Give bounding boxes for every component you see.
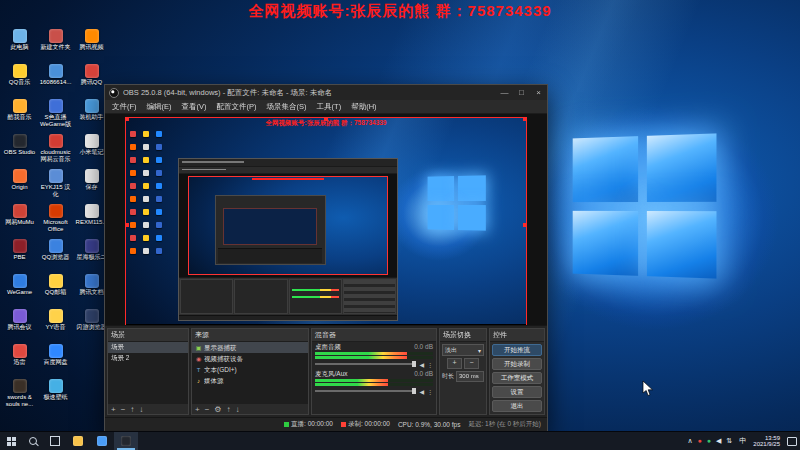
speaker-icon[interactable]: ◀ [419,388,424,395]
menu-item[interactable]: 配置文件(P) [212,102,262,112]
source-down-icon[interactable]: ↓ [236,405,240,414]
channel-options-icon[interactable]: ⋮ [427,361,433,368]
volume-slider[interactable] [315,390,416,392]
app-icon [121,436,131,446]
desktop-icon[interactable]: 网易MuMu [3,203,36,237]
desktop-icon[interactable]: QQ邮箱 [39,273,72,307]
obs-taskbar-icon[interactable] [114,432,138,450]
source-properties-icon[interactable]: ⚙ [214,405,221,414]
desktop-icon[interactable]: YY语音 [39,308,72,342]
display-capture-source[interactable]: 全网视频账号:张辰辰的熊 群：758734339 [126,118,526,325]
desktop-icon[interactable]: swords & souls ne... [3,378,36,412]
taskbar-clock[interactable]: 13:59 2021/9/25 [749,435,784,448]
start-button[interactable] [0,432,22,450]
control-button[interactable]: 工作室模式 [492,372,542,384]
tray-qq-icon[interactable]: ● [698,432,702,450]
transition-select[interactable]: 淡出 ▾ [442,344,484,356]
scene-item[interactable]: 场景 2 [108,353,188,364]
add-transition-icon[interactable]: + [447,358,462,369]
volume-slider-handle[interactable] [412,388,416,394]
app-icon [49,169,63,183]
app-icon [85,239,99,253]
source-item[interactable]: ♪媒体源 [192,375,308,386]
file-explorer-icon[interactable] [66,432,90,450]
app-icon [49,274,63,288]
desktop-icon[interactable]: 16086614... [39,63,72,97]
scene-up-icon[interactable]: ↑ [130,405,134,414]
desktop-icon[interactable]: cloudmusic 网易云音乐 [39,133,72,167]
volume-icon[interactable]: ◀ [716,432,721,450]
scene-down-icon[interactable]: ↓ [139,405,143,414]
tray-green-icon[interactable]: ● [707,432,711,450]
action-center-button[interactable] [784,432,800,450]
remove-source-icon[interactable]: − [205,405,210,414]
source-item[interactable]: ◉视频捕获设备 [192,353,308,364]
selection-handle[interactable] [523,223,526,227]
control-button[interactable]: 开始推流 [492,344,542,356]
speaker-icon[interactable]: ◀ [419,361,424,368]
channel-options-icon[interactable]: ⋮ [427,388,433,395]
controls-panel-title: 控件 [490,329,544,342]
menu-item[interactable]: 文件(F) [107,102,142,112]
selection-handle[interactable] [126,223,129,227]
menu-item[interactable]: 工具(T) [312,102,347,112]
stream-banner-text: 全网视频账号:张辰辰的熊 群：758734339 [0,2,800,21]
desktop-icon[interactable]: OBS Studio [3,133,36,167]
desktop-icon[interactable]: WeGame [3,273,36,307]
desktop-icon[interactable]: S色直播 WeGame版 [39,98,72,132]
desktop-icon[interactable]: 新建文件夹 [39,28,72,62]
source-up-icon[interactable]: ↑ [227,405,231,414]
tray-expand-icon[interactable]: ∧ [687,432,692,450]
desktop-icon[interactable]: 百度网盘 [39,343,72,377]
control-button[interactable]: 退出 [492,400,542,412]
obs-titlebar[interactable]: OBS 25.0.8 (64-bit, windows) - 配置文件: 未命名… [105,85,547,100]
mixer-body: 桌面音频0.0 dB◀⋮麦克风/Aux0.0 dB◀⋮ [312,342,436,414]
duration-spinner[interactable]: 300 ms [456,371,484,382]
add-scene-icon[interactable]: + [111,405,116,414]
desktop-icon[interactable]: 此电脑 [3,28,36,62]
selection-handle[interactable] [523,118,526,121]
selection-handle[interactable] [126,118,129,121]
maximize-icon[interactable]: □ [513,85,530,100]
scene-item[interactable]: 场景 [108,342,188,353]
source-item[interactable]: T文本(GDI+) [192,364,308,375]
task-view-button[interactable] [44,432,66,450]
desktop-icon[interactable]: 酷我音乐 [3,98,36,132]
control-button[interactable]: 设置 [492,386,542,398]
desktop-icon[interactable]: 迅雷 [3,343,36,377]
network-icon[interactable]: ⇅ [726,432,732,450]
desktop-icon[interactable]: Microsoft Office [39,203,72,237]
audio-meter-fill [315,379,388,382]
remove-transition-icon[interactable]: − [464,358,479,369]
search-button[interactable] [22,432,44,450]
desktop-icon[interactable]: 腾讯视频 [75,28,108,62]
desktop-icon[interactable]: EYKJ15 汉化 [39,168,72,202]
desktop-icon[interactable]: 腾讯会议 [3,308,36,342]
source-label: 媒体源 [204,377,224,385]
menu-item[interactable]: 编辑(E) [142,102,177,112]
mixer-channel: 麦克风/Aux0.0 dB◀⋮ [315,370,433,395]
app-icon [13,64,27,78]
selection-handle[interactable] [324,118,328,121]
minimize-icon[interactable]: — [496,85,513,100]
obs-preview[interactable]: 全网视频账号:张辰辰的熊 群：758734339 [105,114,547,325]
desktop-icon[interactable]: Origin [3,168,36,202]
control-button[interactable]: 开始录制 [492,358,542,370]
volume-slider[interactable] [315,363,416,365]
add-source-icon[interactable]: + [195,405,200,414]
nested-obs-menubar [179,167,397,174]
desktop-icon[interactable]: 极速壁纸 [39,378,72,412]
app-icon [85,99,99,113]
close-icon[interactable]: × [530,85,547,100]
ime-indicator[interactable]: 中 [736,436,749,446]
menu-item[interactable]: 查看(V) [177,102,212,112]
desktop-icon[interactable]: QQ浏览器 [39,238,72,272]
menu-item[interactable]: 帮助(H) [346,102,381,112]
menu-item[interactable]: 场景集合(S) [262,102,312,112]
browser-icon[interactable] [90,432,114,450]
remove-scene-icon[interactable]: − [121,405,126,414]
source-item[interactable]: ▣显示器捕获 [192,342,308,353]
desktop-icon[interactable]: PBE [3,238,36,272]
desktop-icon[interactable]: QQ音乐 [3,63,36,97]
volume-slider-handle[interactable] [412,361,416,367]
